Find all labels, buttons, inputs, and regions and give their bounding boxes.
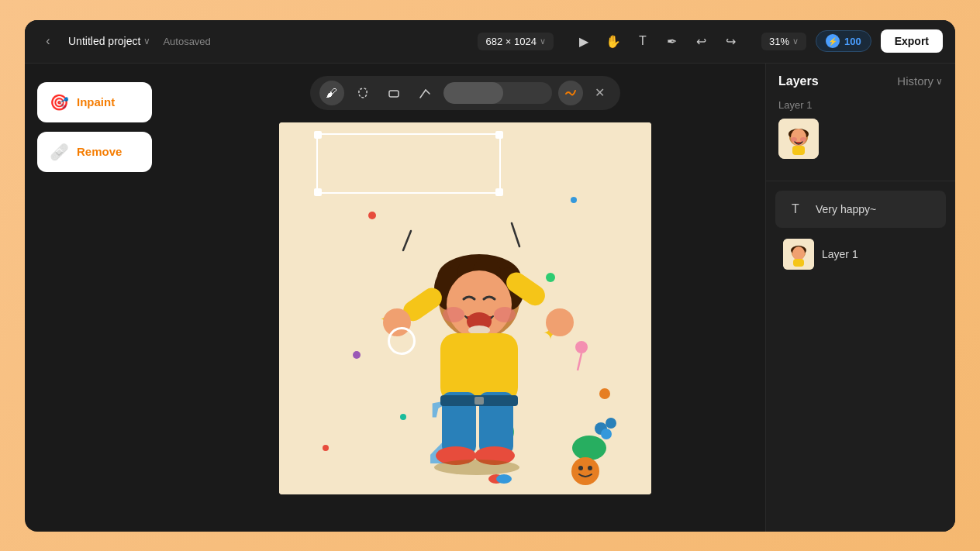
svg-point-49 (434, 460, 519, 475)
zoom-selector[interactable]: 31% ∨ (761, 33, 806, 50)
svg-point-20 (578, 466, 583, 470)
layer1-thumbnail-svg (778, 119, 819, 159)
svg-rect-46 (474, 397, 484, 405)
svg-point-9 (323, 445, 329, 451)
credits-display[interactable]: ⚡ 100 (816, 30, 871, 52)
header: ‹ Untitled project ∨ Autosaved 682 × 102… (25, 20, 955, 64)
svg-point-3 (571, 197, 577, 203)
svg-point-60 (792, 246, 805, 260)
project-title: Untitled project (68, 35, 140, 47)
svg-point-17 (572, 436, 606, 460)
undo-button[interactable]: ↩ (690, 29, 713, 53)
inpaint-label: Inpaint (77, 95, 115, 108)
remove-label: Remove (77, 145, 122, 158)
remove-icon: 🩹 (50, 143, 69, 161)
main-area: 🎯 Inpaint 🩹 Remove 🖌 (25, 64, 955, 532)
svg-point-2 (368, 212, 376, 219)
brush-paint-button[interactable]: 🖌 (319, 81, 344, 105)
svg-point-54 (791, 137, 797, 142)
svg-point-42 (546, 308, 574, 336)
inpaint-icon: 🎯 (50, 93, 69, 112)
project-chevron-icon: ∨ (143, 36, 150, 46)
layer1-list-item[interactable]: Layer 1 (775, 232, 946, 276)
artwork: VERY HAPPY~ (279, 122, 651, 494)
canvas-svg: ✦ ✦ 2 (279, 122, 651, 494)
svg-point-4 (546, 273, 555, 282)
layer1-list-label: Layer 1 (822, 248, 858, 260)
eraser-button[interactable] (381, 81, 406, 105)
brush-confirm-button[interactable] (558, 81, 583, 105)
left-panel: 🎯 Inpaint 🩹 Remove (25, 64, 164, 532)
canvas-area: 🖌 (164, 64, 765, 532)
layers-tab[interactable]: Layers (778, 74, 819, 88)
history-chevron-icon: ∨ (936, 76, 943, 87)
dimensions-selector[interactable]: 682 × 1024 ∨ (478, 33, 553, 50)
svg-point-21 (588, 466, 592, 470)
svg-point-34 (443, 307, 464, 322)
grab-tool-button[interactable]: ✋ (602, 29, 625, 53)
svg-point-35 (494, 307, 516, 322)
panel-header: Layers History ∨ (766, 64, 955, 99)
right-panel: Layers History ∨ Layer 1 (765, 64, 955, 532)
select-tool-button[interactable]: ▶ (572, 29, 595, 53)
svg-point-23 (496, 474, 512, 484)
svg-point-19 (571, 457, 599, 485)
brush-circle-indicator (388, 327, 416, 355)
pen-tool-button[interactable]: ✒ (661, 29, 684, 53)
history-tab[interactable]: History ∨ (897, 74, 943, 88)
back-button[interactable]: ‹ (37, 30, 59, 52)
svg-rect-0 (389, 91, 399, 97)
brush-toolbar: 🖌 (310, 76, 620, 110)
divider (766, 181, 955, 181)
zoom-value: 31% (769, 36, 789, 47)
svg-point-26 (601, 429, 612, 439)
layer-list: T Very happy~ Layer 1 (766, 191, 955, 276)
export-button[interactable]: Export (881, 29, 943, 53)
svg-point-25 (606, 418, 616, 429)
svg-point-7 (400, 414, 406, 420)
svg-point-5 (353, 351, 361, 359)
redo-button[interactable]: ↪ (719, 29, 743, 53)
project-title-button[interactable]: Untitled project ∨ (68, 35, 150, 47)
header-tools: ▶ ✋ T ✒ ↩ ↪ (572, 29, 743, 53)
text-layer-icon: T (783, 197, 808, 222)
canvas-wrapper[interactable]: VERY HAPPY~ (279, 122, 651, 494)
layers-section: Layer 1 (766, 99, 955, 171)
very-happy-layer-label: Very happy~ (816, 203, 876, 215)
text-tool-button[interactable]: T (631, 29, 654, 53)
credits-value: 100 (844, 36, 861, 47)
svg-point-14 (575, 341, 588, 353)
brush-toolbar-close-button[interactable]: ✕ (589, 82, 611, 104)
autosaved-label: Autosaved (163, 36, 210, 47)
canvas-image[interactable]: VERY HAPPY~ (279, 122, 651, 494)
very-happy-layer-item[interactable]: T Very happy~ (775, 191, 946, 228)
svg-point-55 (800, 137, 806, 142)
remove-button[interactable]: 🩹 Remove (37, 132, 152, 172)
layer1-thumb-svg (783, 239, 814, 270)
credits-icon: ⚡ (826, 34, 840, 48)
svg-rect-56 (792, 146, 805, 155)
brush-size-slider[interactable] (443, 82, 552, 104)
svg-point-6 (599, 388, 610, 399)
svg-rect-61 (793, 259, 804, 267)
lasso-select-button[interactable] (350, 81, 375, 105)
app-window: ‹ Untitled project ∨ Autosaved 682 × 102… (25, 20, 955, 532)
dimensions-chevron-icon: ∨ (540, 36, 546, 46)
layer1-section-label: Layer 1 (778, 99, 943, 111)
magic-select-button[interactable] (412, 81, 437, 105)
dimensions-value: 682 × 1024 (485, 36, 536, 47)
layer1-list-thumb (783, 239, 814, 270)
layer1-thumbnail[interactable] (778, 119, 819, 159)
inpaint-button[interactable]: 🎯 Inpaint (37, 82, 152, 122)
zoom-chevron-icon: ∨ (792, 36, 799, 46)
